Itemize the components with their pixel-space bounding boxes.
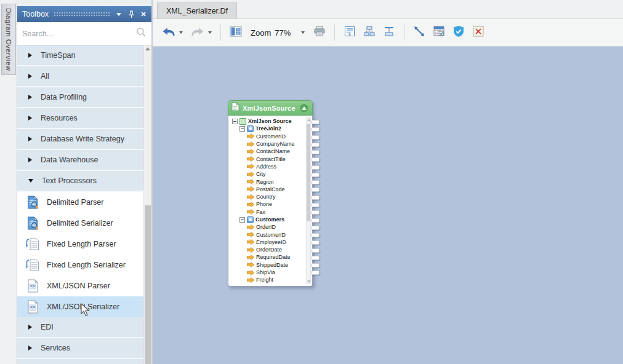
tab-diagram-overview[interactable]: Diagram Overview: [1, 4, 16, 75]
tree-row-customerid[interactable]: CustomerID: [231, 231, 305, 238]
tree-row-city[interactable]: City: [231, 170, 305, 178]
tree-row-orderid[interactable]: OrderID: [231, 223, 305, 231]
toolbox-category-edi[interactable]: EDI: [17, 317, 143, 337]
output-port[interactable]: [312, 226, 320, 230]
node-scroll-up-icon[interactable]: [307, 119, 311, 121]
output-port[interactable]: [312, 135, 320, 140]
output-port[interactable]: [312, 188, 320, 192]
expand-collapse-nodes-button[interactable]: [341, 23, 358, 42]
tree-row-contactname[interactable]: ContactName: [231, 148, 305, 155]
output-port[interactable]: [312, 233, 320, 237]
toggle-panel-button[interactable]: [227, 23, 244, 42]
tree-row-treejoin2[interactable]: ✱TreeJoin2: [231, 125, 305, 132]
tree-row-freight[interactable]: Freight: [231, 276, 305, 283]
window-position-chevron-icon[interactable]: [115, 10, 123, 18]
output-port[interactable]: [312, 165, 320, 170]
tree-row-contacttitle[interactable]: ContactTitle: [231, 155, 305, 162]
output-port[interactable]: [312, 256, 320, 260]
item-label: Delimited Serializer: [47, 219, 113, 228]
node-scrollbar[interactable]: [306, 117, 311, 284]
toolbox-category-resources[interactable]: Resources: [17, 108, 143, 128]
toolbox-scrollbar[interactable]: [143, 46, 151, 364]
tree-row-postalcode[interactable]: PostalCode: [231, 186, 305, 193]
output-port[interactable]: [312, 248, 320, 253]
xmljsonsource-node[interactable]: XmlJsonSource XmlJson Source✱TreeJoin2Cu…: [228, 100, 313, 287]
output-port[interactable]: [312, 203, 320, 207]
collapse-expander-icon[interactable]: [239, 217, 245, 223]
toolbox-item-delimited-serializer[interactable]: Delimited Serializer: [17, 213, 143, 234]
tree-row-shipvia[interactable]: ShipVia: [231, 269, 305, 276]
preview-data-button[interactable]: 0100110: [430, 23, 448, 42]
print-button[interactable]: [311, 23, 328, 42]
collapse-expander-icon[interactable]: [239, 126, 245, 132]
tree-row-address[interactable]: Address: [231, 163, 305, 170]
output-port[interactable]: [312, 157, 320, 162]
node-header[interactable]: XmlJsonSource: [228, 100, 313, 116]
zoom-value[interactable]: 77%: [275, 28, 295, 38]
collapse-up-icon[interactable]: [299, 103, 309, 113]
field-icon: [247, 156, 254, 162]
output-port[interactable]: [312, 127, 320, 132]
toolbox-item-xml-json-serializer[interactable]: <>XML/JSON Serializer: [17, 296, 143, 317]
node-scroll-down-icon[interactable]: [307, 280, 311, 283]
search-input[interactable]: [22, 30, 136, 38]
document-tabbar: XML_Serializer.Df: [153, 0, 623, 19]
output-port[interactable]: [312, 143, 320, 147]
tab-xml-serializer-df[interactable]: XML_Serializer.Df: [157, 2, 237, 18]
verify-dataflow-button[interactable]: [450, 23, 467, 42]
pin-icon[interactable]: [127, 10, 135, 18]
node-scroll-thumb[interactable]: [307, 124, 310, 221]
toolbox-category-data-warehouse[interactable]: Data Warehouse: [17, 150, 143, 170]
zoom-control[interactable]: Zoom77%: [247, 28, 308, 38]
toolbox-item-fixed-length-serializer[interactable]: Fixed Length Serializer: [17, 255, 143, 275]
tree-row-xmljson-source[interactable]: XmlJson Source: [231, 117, 305, 125]
output-port[interactable]: [312, 271, 320, 275]
output-port[interactable]: [312, 196, 320, 200]
scrollbar-up-icon[interactable]: [144, 47, 151, 53]
tree-row-shippeddate[interactable]: ShippedDate: [231, 261, 305, 269]
toolbox-category-all[interactable]: All: [17, 66, 143, 86]
close-icon[interactable]: ✕: [139, 10, 148, 18]
output-port[interactable]: [312, 120, 320, 124]
toolbox-category-text-processors[interactable]: Text Processors: [17, 171, 143, 191]
toolbox-item-xml-json-parser[interactable]: <>XML/JSON Parser: [17, 275, 143, 296]
tree-row-companyname[interactable]: CompanyName: [231, 140, 305, 148]
scrollbar-thumb[interactable]: [145, 205, 151, 364]
tree-row-country[interactable]: Country: [231, 193, 305, 200]
undo-button[interactable]: [159, 23, 185, 42]
tree-row-employeeid[interactable]: EmployeeID: [231, 239, 305, 246]
output-port[interactable]: [312, 150, 320, 154]
tree-row-phone[interactable]: Phone: [231, 200, 305, 208]
delete-button[interactable]: [470, 23, 487, 42]
tree-row-requireddate[interactable]: RequiredDate: [231, 253, 305, 261]
tree-row-customerid[interactable]: CustomerID: [231, 133, 305, 140]
tree-row-customers[interactable]: ✱Customers: [231, 216, 305, 223]
dataflow-canvas[interactable]: XmlJsonSource XmlJson Source✱TreeJoin2Cu…: [153, 47, 623, 364]
output-port[interactable]: [312, 180, 320, 184]
draw-link-button[interactable]: [411, 23, 428, 42]
zoom-dropdown-icon[interactable]: [301, 31, 305, 34]
toolbox-category-timespan[interactable]: TimeSpan: [17, 46, 143, 65]
output-port[interactable]: [312, 218, 320, 223]
toolbox-category-services[interactable]: Services: [17, 338, 143, 358]
output-port[interactable]: [312, 173, 320, 177]
tree-row-fax[interactable]: Fax: [231, 208, 305, 216]
tree-label: ShippedDate: [256, 262, 288, 268]
toolbox-item-fixed-length-parser[interactable]: Fixed Length Parser: [17, 234, 143, 255]
tree-row-region[interactable]: Region: [231, 178, 305, 185]
output-port[interactable]: [312, 210, 320, 215]
tree-layout-button[interactable]: [380, 23, 398, 42]
auto-layout-button[interactable]: [361, 23, 378, 42]
collapse-expander-icon[interactable]: [232, 119, 238, 124]
toolbox-titlebar[interactable]: Toolbox ✕: [17, 6, 151, 22]
output-port[interactable]: [312, 263, 320, 267]
undo-dropdown-icon[interactable]: [179, 31, 183, 34]
toolbox-category-data-profiling[interactable]: Data Profiling: [17, 87, 143, 107]
toolbox-item-delimited-parser[interactable]: Delimited Parser: [17, 192, 143, 213]
titlebar-grip[interactable]: [54, 12, 110, 17]
redo-dropdown-icon[interactable]: [208, 31, 212, 34]
tree-row-orderdate[interactable]: OrderDate: [231, 246, 305, 253]
output-port[interactable]: [312, 240, 320, 245]
redo-button[interactable]: [188, 23, 214, 42]
toolbox-category-database-write-strategy[interactable]: Database Write Strategy: [17, 129, 143, 149]
